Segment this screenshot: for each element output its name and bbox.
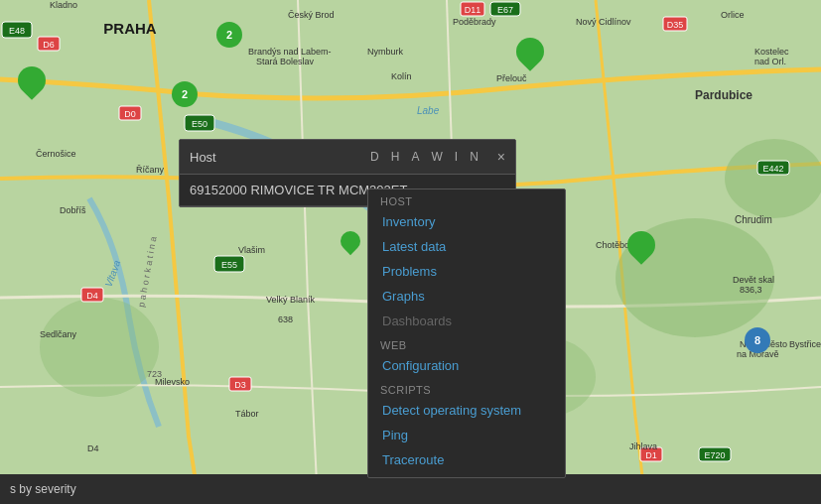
host-popup-tabs: D H A W I N ×	[367, 148, 505, 166]
svg-text:Devět skal: Devět skal	[733, 275, 774, 285]
svg-text:836,3: 836,3	[740, 285, 762, 295]
context-menu-web-section: Web	[368, 333, 565, 353]
svg-point-2	[40, 298, 159, 397]
svg-text:Orlice: Orlice	[721, 10, 745, 20]
svg-text:E67: E67	[497, 5, 513, 15]
marker-badge-label-7: 8	[754, 334, 760, 346]
tab-n[interactable]: N	[467, 148, 481, 166]
svg-text:Nymburk: Nymburk	[367, 47, 404, 57]
svg-text:E442: E442	[762, 164, 783, 174]
context-menu-detect-os[interactable]: Detect operating system	[368, 398, 565, 423]
host-popup-header: Host D H A W I N ×	[180, 140, 515, 175]
context-menu-graphs[interactable]: Graphs	[368, 284, 565, 309]
context-menu-dashboards: Dashboards	[368, 309, 565, 333]
svg-text:Stará Boleslav: Stará Boleslav	[256, 57, 315, 66]
svg-text:D3: D3	[234, 380, 246, 390]
svg-text:Nový Cidlínov: Nový Cidlínov	[576, 17, 631, 27]
tab-a[interactable]: A	[408, 148, 422, 166]
marker-badge-label-3: 2	[182, 88, 188, 100]
svg-text:Sedlčany: Sedlčany	[40, 329, 77, 339]
svg-text:723: 723	[147, 369, 162, 379]
marker-badge-label-2: 2	[226, 29, 232, 41]
svg-text:Přelouč: Přelouč	[496, 73, 527, 83]
context-menu-ping[interactable]: Ping	[368, 423, 565, 447]
svg-text:Jihlava: Jihlava	[629, 441, 657, 451]
context-menu-scripts-section: SCRIPTS	[368, 378, 565, 398]
svg-text:D4: D4	[87, 443, 99, 453]
svg-text:E720: E720	[704, 450, 725, 460]
svg-text:nad Orl.: nad Orl.	[754, 57, 786, 66]
map-marker-3[interactable]: 2	[172, 81, 198, 107]
svg-text:E55: E55	[221, 260, 237, 270]
svg-text:638: 638	[278, 315, 293, 324]
context-menu-problems[interactable]: Problems	[368, 259, 565, 284]
svg-text:D35: D35	[667, 20, 684, 30]
context-menu-inventory[interactable]: Inventory	[368, 209, 565, 234]
svg-text:Tábor: Tábor	[235, 409, 259, 419]
context-menu-traceroute[interactable]: Traceroute	[368, 447, 565, 472]
svg-point-4	[725, 139, 821, 218]
svg-text:Brandýs nad Labem-: Brandýs nad Labem-	[248, 47, 332, 57]
svg-text:Velký Blaník: Velký Blaník	[266, 295, 316, 305]
tab-w[interactable]: W	[428, 148, 445, 166]
bottom-bar-text: s by severity	[10, 482, 76, 496]
context-menu-latest-data[interactable]: Latest data	[368, 234, 565, 259]
context-menu-configuration[interactable]: Configuration	[368, 353, 565, 378]
svg-text:Vlašim: Vlašim	[238, 245, 265, 255]
svg-text:D6: D6	[43, 40, 55, 50]
map-marker-2[interactable]: 2	[216, 22, 242, 48]
svg-text:D11: D11	[465, 5, 481, 15]
svg-text:PRAHA: PRAHA	[103, 20, 157, 37]
svg-text:D1: D1	[645, 450, 657, 460]
svg-text:Kladno: Kladno	[50, 0, 77, 10]
svg-text:E50: E50	[192, 119, 207, 129]
tab-d[interactable]: D	[367, 148, 382, 166]
svg-text:Kolín: Kolín	[391, 71, 412, 81]
svg-text:Pardubice: Pardubice	[695, 88, 753, 102]
map-container: E48 D6 D0 E50 D11 E67 D35 E55 D4 D3 D1 E…	[0, 0, 821, 504]
svg-text:Poděbrady: Poděbrady	[453, 17, 496, 27]
svg-text:Černošice: Černošice	[36, 149, 76, 159]
svg-text:Chrudim: Chrudim	[735, 214, 772, 225]
map-marker-7[interactable]: 8	[745, 327, 770, 353]
svg-text:E48: E48	[9, 26, 25, 36]
svg-text:Říčany: Říčany	[136, 165, 165, 175]
context-menu-host-section: HOST	[368, 189, 565, 209]
svg-text:Bystřice: Bystřice	[789, 339, 821, 349]
tab-i[interactable]: I	[452, 148, 461, 166]
svg-text:D4: D4	[86, 291, 98, 301]
svg-text:Český Brod: Český Brod	[288, 10, 335, 20]
svg-text:Dobříš: Dobříš	[60, 205, 86, 215]
context-menu: HOST Inventory Latest data Problems Grap…	[367, 189, 566, 478]
bottom-bar: s by severity	[0, 474, 821, 504]
host-popup-title: Host	[190, 150, 216, 165]
svg-text:Labe: Labe	[417, 105, 440, 116]
svg-text:Kostelec: Kostelec	[754, 47, 789, 57]
svg-text:D0: D0	[124, 109, 136, 119]
close-button[interactable]: ×	[497, 149, 505, 165]
tab-h[interactable]: H	[388, 148, 403, 166]
